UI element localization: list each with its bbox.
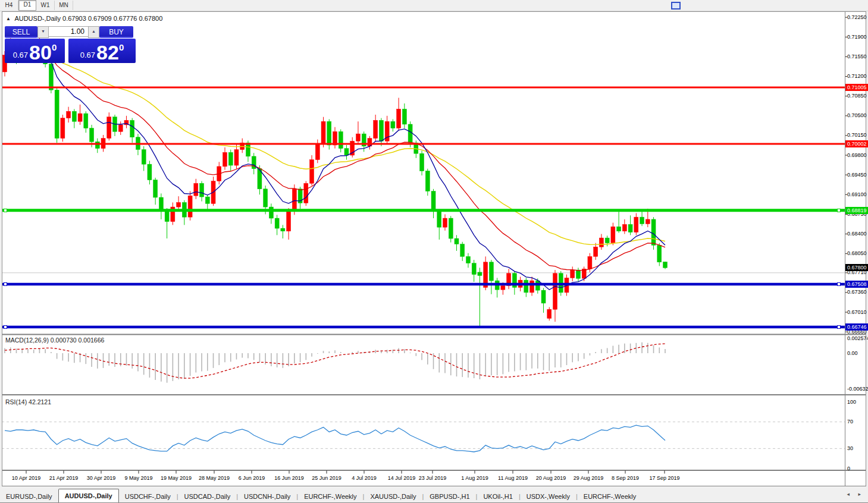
chart-tab-usdcad-daily[interactable]: USDCAD-,Daily (178, 491, 237, 502)
chart-tab-eurchf-weekly[interactable]: EURCHF-,Weekly (578, 491, 642, 502)
price-axis-label: 0.69450 (847, 172, 867, 178)
candle-body (524, 280, 528, 293)
candle-body (437, 212, 441, 227)
line-drag-handle[interactable] (4, 282, 7, 285)
line-drag-handle[interactable] (4, 209, 7, 212)
timeframe-button-mn[interactable]: MN (55, 1, 73, 10)
candle-body (605, 238, 609, 243)
candle-body (118, 125, 123, 131)
rsi-axis-label: 100 (847, 399, 856, 405)
candle-body (472, 263, 476, 275)
line-drag-handle[interactable] (838, 209, 841, 212)
chart-tab-eurusd-daily[interactable]: EURUSD-,Daily (0, 491, 58, 502)
candle-body (55, 90, 59, 138)
candle-body (645, 219, 650, 224)
line-drag-handle[interactable] (838, 326, 841, 329)
line-drag-handle[interactable] (4, 326, 7, 329)
candle-body (90, 128, 94, 142)
candle-body (153, 180, 158, 197)
candle-body (622, 224, 626, 231)
chart-tab-ukoil-h1[interactable]: UKOil-,H1 (477, 491, 519, 502)
price-level-badge: 0.68819 (845, 207, 868, 214)
candle-body (640, 217, 644, 224)
candle-body (310, 160, 314, 184)
candle-body (95, 142, 99, 148)
tab-scroll-arrows[interactable]: ◂ ▸ (847, 491, 864, 497)
candle-body (142, 150, 146, 165)
price-axis-label: 0.70500 (847, 112, 867, 119)
chart-tab-usdchf-daily[interactable]: USDCHF-,Daily (119, 491, 177, 502)
sell-button[interactable]: SELL (5, 26, 37, 38)
candle-body (321, 121, 325, 144)
buy-button[interactable]: BUY (99, 26, 133, 38)
candle-body (628, 224, 632, 232)
buy-price-button[interactable]: 0.67 82 0 (68, 39, 136, 63)
rsi-axis-label: 0 (847, 466, 850, 472)
line-drag-handle[interactable] (838, 282, 841, 285)
price-axis-label: 0.70150 (847, 132, 867, 139)
price-level-badge: 0.71005 (845, 84, 868, 91)
timeframe-button-d1[interactable]: D1 (18, 0, 36, 11)
candle-body (617, 227, 621, 231)
candle-body (599, 238, 603, 247)
candle-body (49, 64, 53, 90)
sell-price-button[interactable]: 0.67 80 0 (5, 39, 65, 63)
sell-price-pip: 0 (52, 42, 57, 52)
candle-body (657, 245, 662, 262)
candle-body (61, 118, 65, 139)
timeframe-button-h4[interactable]: H4 (0, 1, 18, 10)
price-axis-label: 0.71550 (847, 54, 867, 60)
candle-body (443, 218, 447, 227)
chart-symbol-label: AUDUSD-,Daily (14, 15, 61, 22)
price-level-badge: 0.66746 (845, 323, 868, 331)
candle-body (408, 124, 412, 143)
candle-body (281, 228, 285, 231)
rsi-axis-label: 70 (847, 419, 853, 425)
chart-tab-usdx-weekly[interactable]: USDX-,Weekly (521, 491, 576, 502)
sell-price-big: 80 (29, 42, 52, 62)
price-axis-label: 0.68400 (847, 231, 867, 237)
candle-body (547, 309, 551, 318)
candle-body (634, 217, 638, 232)
volume-input[interactable] (49, 26, 88, 37)
chart-background[interactable] (2, 11, 866, 486)
candle-body (425, 171, 430, 191)
chart-plot-area[interactable] (0, 0, 868, 503)
candle-body (327, 121, 331, 145)
candle-body (431, 191, 435, 212)
chart-tab-gbpusd-h1[interactable]: GBPUSD-,H1 (424, 491, 475, 502)
date-axis-label: 17 Sep 2019 (640, 475, 690, 481)
candle-body (269, 207, 273, 218)
rsi-indicator-label: RSI(14) 42.2121 (5, 398, 51, 405)
price-level-badge: 0.67508 (845, 281, 868, 288)
buy-price-big: 82 (96, 42, 119, 62)
candle-body (188, 196, 192, 217)
candle-body (391, 121, 395, 128)
timeframe-button-w1[interactable]: W1 (36, 1, 55, 10)
chart-ohlc-values: 0.67903 0.67909 0.67776 0.67800 (62, 15, 162, 22)
price-axis-label: 0.67360 (847, 289, 867, 295)
candle-body (84, 114, 88, 128)
candle-body (72, 111, 76, 121)
chart-tab-audusd-daily[interactable]: AUDUSD-,Daily (58, 489, 119, 502)
candle-body (576, 270, 580, 278)
candle-body (402, 109, 406, 124)
candle-body (356, 134, 360, 141)
candle-body (489, 262, 493, 281)
candle-body (205, 197, 209, 203)
price-axis-label: 0.67010 (847, 309, 867, 316)
candle-body (194, 183, 198, 196)
volume-increase-button[interactable]: ▲ (88, 26, 99, 38)
chart-tab-bar: EURUSD-,DailyAUDUSD-,DailyUSDCHF-,Daily|… (0, 488, 868, 503)
candle-body (611, 227, 615, 243)
chart-tab-usdcnh-daily[interactable]: USDCNH-,Daily (238, 491, 296, 502)
candle-body (379, 120, 383, 141)
collapse-quote-icon[interactable]: ▲ (6, 16, 11, 21)
candle-body (130, 120, 134, 137)
chart-tab-xauusd-daily[interactable]: XAUUSD-,Daily (364, 491, 422, 502)
window-restore-icon[interactable] (671, 2, 681, 10)
candle-body (200, 183, 204, 197)
volume-decrease-button[interactable]: ▼ (37, 26, 49, 38)
chart-tab-eurchf-weekly[interactable]: EURCHF-,Weekly (298, 491, 362, 502)
price-axis-label: 0.69100 (847, 191, 867, 198)
